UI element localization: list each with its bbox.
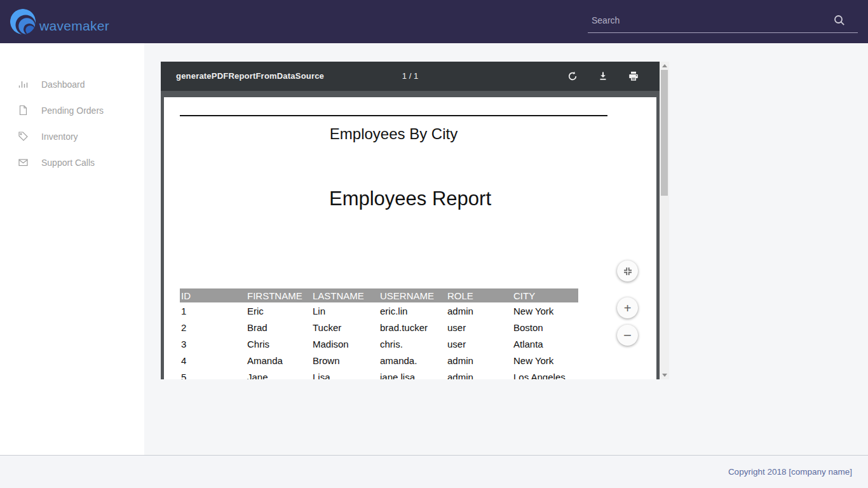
cell-city: Atlanta xyxy=(512,339,578,349)
sidebar-item-label: Inventory xyxy=(41,132,78,142)
cell-id: 3 xyxy=(180,339,246,349)
fit-to-page-icon xyxy=(623,267,632,276)
cell-id: 4 xyxy=(180,355,246,366)
cell-lastname: Tucker xyxy=(311,322,379,333)
table-row: 2 Brad Tucker brad.tucker user Boston xyxy=(180,319,578,336)
cell-role: user xyxy=(446,322,512,333)
pdf-scrollbar[interactable] xyxy=(660,62,669,379)
cell-city: New York xyxy=(512,355,578,366)
scrollbar-thumb[interactable] xyxy=(661,70,668,196)
zoom-in-button[interactable]: + xyxy=(617,297,638,318)
scroll-down-icon[interactable] xyxy=(660,371,669,379)
sidebar-item-inventory[interactable]: Inventory xyxy=(0,123,144,149)
cell-firstname: Chris xyxy=(246,339,311,349)
header-rule xyxy=(180,115,607,116)
app-footer: Copyright 2018 [company name] xyxy=(0,455,868,488)
search-box xyxy=(588,8,858,33)
sidebar-item-label: Pending Orders xyxy=(41,105,104,116)
brand-name: wavemaker xyxy=(39,18,109,34)
scroll-up-icon[interactable] xyxy=(660,62,669,70)
col-header: LASTNAME xyxy=(311,290,379,301)
pdf-toolbar-actions xyxy=(567,62,639,91)
table-header-row: ID FIRSTNAME LASTNAME USERNAME ROLE CITY xyxy=(180,288,578,302)
cell-firstname: Brad xyxy=(246,322,311,333)
brand-logo[interactable]: wavemaker xyxy=(8,6,109,37)
cell-id: 1 xyxy=(180,306,246,316)
search-input[interactable] xyxy=(588,15,832,25)
rotate-icon[interactable] xyxy=(567,71,578,82)
cell-username: brad.tucker xyxy=(379,322,446,333)
sidebar-item-label: Support Calls xyxy=(41,158,95,168)
document-icon xyxy=(18,105,29,116)
report-subtitle: Employees By City xyxy=(180,126,607,142)
cell-role: user xyxy=(446,339,512,349)
tag-icon xyxy=(18,131,29,142)
sidebar-item-pending-orders[interactable]: Pending Orders xyxy=(0,97,144,123)
cell-lastname: Madison xyxy=(311,339,379,349)
bar-chart-icon xyxy=(18,79,29,90)
print-icon[interactable] xyxy=(628,71,639,82)
table-row: 1 Eric Lin eric.lin admin New York xyxy=(180,302,578,319)
wavemaker-wave-icon xyxy=(8,6,37,37)
pdf-page: Employees By City Employees Report ID FI… xyxy=(164,97,656,379)
cell-id: 5 xyxy=(180,372,246,380)
table-row: 4 Amanda Brown amanda. admin New York xyxy=(180,352,578,369)
sidebar-item-label: Dashboard xyxy=(41,79,85,90)
topbar: wavemaker xyxy=(0,0,868,43)
col-header: ROLE xyxy=(446,290,512,301)
search-icon[interactable] xyxy=(832,13,846,27)
pdf-toolbar: generatePDFReportFromDataSource 1 / 1 xyxy=(161,62,660,91)
cell-city: Los Angeles xyxy=(512,372,578,380)
copyright-text: Copyright 2018 [company name] xyxy=(728,467,852,477)
report-title: Employees Report xyxy=(164,188,656,210)
cell-id: 2 xyxy=(180,322,246,333)
cell-username: chris. xyxy=(379,339,446,349)
col-header: ID xyxy=(180,290,246,301)
cell-lastname: Brown xyxy=(311,355,379,366)
cell-lastname: Lisa xyxy=(311,372,379,380)
zoom-out-button[interactable]: − xyxy=(617,325,638,346)
cell-username: eric.lin xyxy=(379,306,446,316)
download-icon[interactable] xyxy=(597,71,609,82)
sidebar: Dashboard Pending Orders Inventory Suppo… xyxy=(0,43,144,455)
envelope-icon xyxy=(18,157,29,168)
pdf-viewer: generatePDFReportFromDataSource 1 / 1 xyxy=(161,62,669,379)
cell-username: amanda. xyxy=(379,355,446,366)
cell-role: admin xyxy=(446,306,512,316)
sidebar-item-dashboard[interactable]: Dashboard xyxy=(0,71,144,97)
cell-username: jane.lisa xyxy=(379,372,446,380)
sidebar-item-support-calls[interactable]: Support Calls xyxy=(0,149,144,175)
cell-firstname: Amanda xyxy=(246,355,311,366)
cell-firstname: Jane xyxy=(246,372,311,380)
cell-firstname: Eric xyxy=(246,306,311,316)
col-header: USERNAME xyxy=(379,290,446,301)
col-header: FIRSTNAME xyxy=(246,290,311,301)
employees-table: ID FIRSTNAME LASTNAME USERNAME ROLE CITY… xyxy=(180,288,578,379)
cell-city: Boston xyxy=(512,322,578,333)
cell-city: New York xyxy=(512,306,578,316)
table-row: 3 Chris Madison chris. user Atlanta xyxy=(180,336,578,352)
cell-role: admin xyxy=(446,355,512,366)
fit-to-page-button[interactable] xyxy=(617,261,638,281)
cell-role: admin xyxy=(446,372,512,380)
table-row: 5 Jane Lisa jane.lisa admin Los Angeles xyxy=(180,369,578,379)
col-header: CITY xyxy=(512,290,578,301)
cell-lastname: Lin xyxy=(311,306,379,316)
